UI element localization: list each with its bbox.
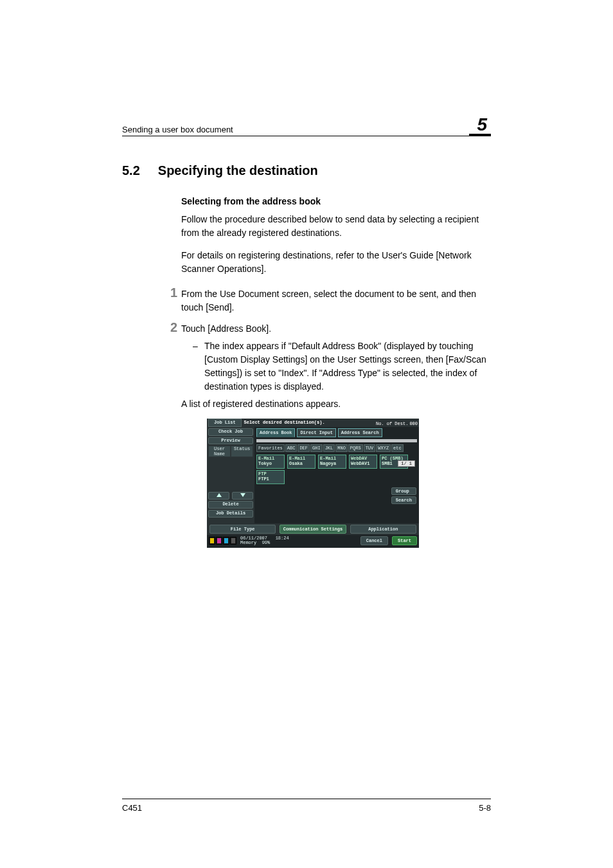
destination-type: E-Mail	[289, 456, 314, 461]
chapter-number: 5	[469, 116, 491, 136]
step-2: Touch [Address Book]. The index appears …	[162, 322, 491, 556]
dest-count-label: No. of Dest.	[376, 421, 408, 426]
panel-time: 18:24	[276, 536, 289, 541]
index-pqrs[interactable]: PQRS	[348, 444, 363, 452]
index-favorites[interactable]: Favorites	[256, 444, 285, 452]
toner-gauge: Y M C K	[209, 537, 236, 545]
page-number: 5-8	[479, 803, 491, 813]
panel-message: Select desired destination(s).	[244, 419, 376, 427]
tab-communication-settings[interactable]: Communication Settings	[280, 525, 346, 534]
job-list-button[interactable]: Job List	[208, 419, 242, 427]
step-2-trailer: A list of registered destinations appear…	[181, 397, 491, 411]
destination-type: E-Mail	[320, 456, 344, 461]
toner-k-icon: K	[230, 537, 236, 545]
paragraph-reference: For details on registering destinations,…	[181, 249, 491, 276]
running-header-title: Sending a user box document	[122, 125, 233, 134]
index-abc[interactable]: ABC	[285, 444, 298, 452]
job-meta-status: Status	[231, 446, 253, 457]
timestamp-block: 06/11/2007 18:24 Memory 99%	[240, 536, 289, 546]
destination-name: Osaka	[289, 461, 314, 466]
tab-direct-input[interactable]: Direct Input	[297, 428, 335, 437]
panel-right-column: Address Book Direct Input Address Search…	[254, 427, 419, 523]
destination-card[interactable]: E-Mail Tokyo	[256, 455, 285, 469]
step-1: From the Use Document screen, select the…	[162, 287, 491, 322]
destination-name: Nagoya	[320, 461, 344, 466]
destination-card[interactable]: WebDAV WebDAV1	[349, 455, 377, 469]
delete-button[interactable]: Delete	[208, 501, 253, 509]
steps-list: From the Use Document screen, select the…	[162, 287, 491, 556]
destination-card[interactable]: FTP FTP1	[256, 470, 285, 484]
destination-card[interactable]: E-Mail Osaka	[287, 455, 315, 469]
memory-label: Memory	[240, 540, 256, 545]
destination-name: WebDAV1	[351, 461, 375, 466]
section-heading: 5.2 Specifying the destination	[122, 163, 491, 178]
step-2-note-1: The index appears if "Default Address Bo…	[193, 339, 491, 393]
bottom-tabs: File Type Communication Settings Applica…	[207, 523, 419, 535]
index-row: Favorites ABC DEF GHI JKL MNO PQRS TUV W…	[256, 444, 417, 452]
section-number: 5.2	[122, 163, 140, 178]
cancel-button[interactable]: Cancel	[360, 536, 388, 545]
toner-m-icon: M	[216, 537, 222, 545]
selection-strip	[256, 439, 417, 442]
subsection-title: Selecting from the address book	[181, 196, 491, 206]
check-job-button[interactable]: Check Job	[208, 428, 253, 436]
destination-grid-row2: FTP FTP1	[256, 470, 417, 484]
panel-topbar: Job List Select desired destination(s). …	[207, 419, 419, 427]
step-2-body: Touch [Address Book].	[181, 322, 491, 336]
device-panel: Job List Select desired destination(s). …	[207, 419, 419, 548]
page-footer: C451 5-8	[122, 799, 491, 813]
tab-address-search[interactable]: Address Search	[338, 428, 382, 437]
step-1-body: From the Use Document screen, select the…	[181, 287, 491, 314]
index-wxyz[interactable]: WXYZ	[376, 444, 391, 452]
toner-y-icon: Y	[209, 537, 215, 545]
running-header: Sending a user box document 5	[122, 116, 491, 136]
tab-file-type[interactable]: File Type	[209, 525, 276, 534]
tab-address-book[interactable]: Address Book	[256, 428, 295, 437]
chevron-up-icon	[217, 493, 222, 497]
tab-application[interactable]: Application	[350, 525, 416, 534]
model-number: C451	[122, 803, 142, 813]
dest-count-value: 000	[409, 421, 418, 426]
panel-left-column: Check Job Preview User Name Status	[207, 427, 254, 523]
chevron-down-icon	[240, 493, 245, 497]
step-2-notes: The index appears if "Default Address Bo…	[193, 339, 491, 393]
index-jkl[interactable]: JKL	[323, 444, 335, 452]
destination-type: WebDAV	[351, 456, 375, 461]
job-meta-username: User Name	[209, 446, 230, 457]
destination-grid: E-Mail Tokyo E-Mail Osaka E-Mail	[256, 455, 417, 469]
panel-footer: Y M C K 06/11/2007 18:24 Memory 99%	[207, 535, 419, 548]
index-etc[interactable]: etc	[391, 444, 404, 452]
section-title: Specifying the destination	[158, 163, 318, 178]
destination-card[interactable]: E-Mail Nagoya	[318, 455, 346, 469]
index-mno[interactable]: MNO	[335, 444, 348, 452]
index-def[interactable]: DEF	[298, 444, 310, 452]
pager: 1/ 1	[398, 460, 415, 467]
paragraph-intro: Follow the procedure described below to …	[181, 213, 491, 240]
group-button[interactable]: Group	[391, 487, 416, 495]
destination-type: E-Mail	[258, 456, 283, 461]
toner-c-icon: C	[223, 537, 229, 545]
destination-type: FTP	[258, 471, 283, 476]
start-button[interactable]: Start	[392, 536, 417, 545]
scroll-down-button[interactable]	[232, 492, 253, 500]
memory-value: 99%	[262, 540, 271, 545]
scroll-up-button[interactable]	[208, 492, 229, 500]
index-tuv[interactable]: TUV	[364, 444, 376, 452]
destination-name: FTP1	[258, 476, 283, 482]
destination-name: Tokyo	[258, 461, 283, 466]
index-ghi[interactable]: GHI	[310, 444, 323, 452]
preview-button[interactable]: Preview	[208, 437, 253, 445]
job-details-button[interactable]: Job Details	[208, 510, 253, 518]
search-button[interactable]: Search	[391, 496, 416, 504]
job-meta-header: User Name Status	[208, 446, 253, 457]
